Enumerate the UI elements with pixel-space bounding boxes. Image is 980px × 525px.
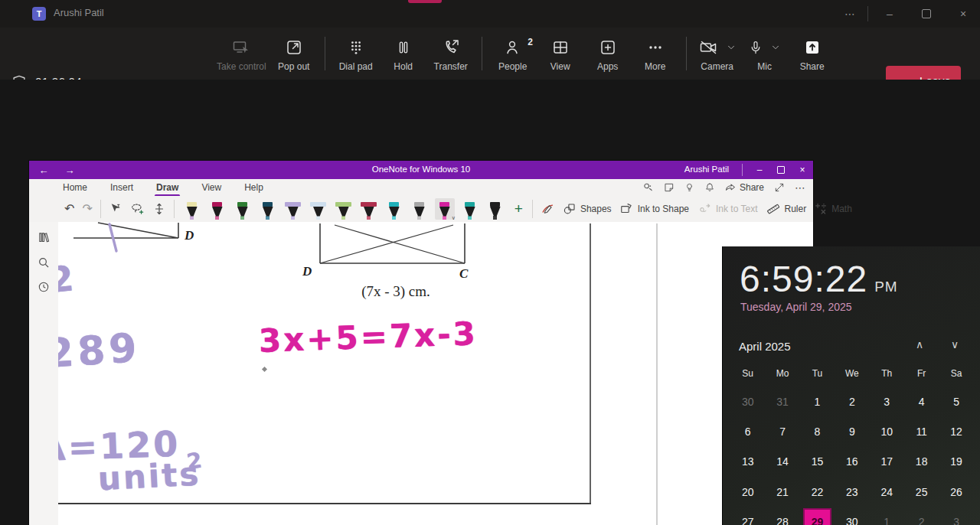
calendar-day[interactable]: 19 [939, 447, 973, 477]
calendar-day[interactable]: 10 [870, 416, 904, 446]
chevron-down-icon[interactable]: ∨ [452, 215, 456, 221]
calendar-day[interactable]: 8 [800, 416, 835, 446]
page-canvas[interactable]: D D C (7x - 3) cm. E + 8x) in. (16x + 3 … [58, 222, 813, 525]
apps-button[interactable]: Apps [584, 28, 632, 80]
calendar-day[interactable]: 2 [904, 507, 939, 525]
calendar-day[interactable]: 16 [835, 447, 869, 477]
menu-tab-insert[interactable]: Insert [109, 180, 135, 195]
menu-tab-home[interactable]: Home [61, 180, 89, 195]
calendar-day[interactable]: 1 [800, 386, 835, 416]
pop-out-button[interactable]: Pop out [270, 28, 318, 80]
calendar-day[interactable]: 22 [800, 477, 835, 507]
presenter-icon[interactable] [642, 182, 654, 194]
calendar-day[interactable]: 30 [835, 507, 869, 525]
chevron-down-icon[interactable] [726, 42, 737, 53]
calendar-day[interactable]: 21 [765, 477, 799, 507]
ruler-button[interactable]: Ruler [766, 202, 807, 216]
calendar-day[interactable]: 31 [765, 386, 799, 416]
more-icon[interactable]: ⋯ [795, 181, 805, 194]
red-highlighter[interactable] [359, 198, 379, 220]
calendar-day[interactable]: 13 [730, 447, 765, 477]
lasso-select-icon[interactable] [130, 202, 145, 216]
notifications-icon[interactable] [704, 182, 715, 193]
hold-button[interactable]: Hold [380, 28, 427, 80]
calendar-day[interactable]: 29 [800, 507, 835, 525]
dial-pad-button[interactable]: Dial pad [332, 28, 380, 80]
mic-button[interactable]: Mic [741, 28, 789, 80]
select-tool-icon[interactable] [109, 202, 122, 216]
eraser-pen[interactable] [182, 198, 202, 220]
menu-tab-help[interactable]: Help [243, 180, 265, 195]
calendar-day[interactable]: 23 [835, 477, 869, 507]
chevron-down-icon[interactable] [770, 42, 781, 53]
calendar-day[interactable]: 30 [730, 386, 765, 416]
ink-replay-icon[interactable] [541, 202, 555, 216]
calendar-day[interactable]: 12 [939, 416, 973, 446]
onenote-restore-button[interactable] [770, 161, 792, 179]
calendar-day[interactable]: 1 [870, 507, 904, 525]
calendar-day[interactable]: 4 [904, 386, 939, 416]
calendar-day[interactable]: 26 [939, 477, 973, 507]
green-highlighter[interactable] [334, 198, 354, 220]
ink-to-shape-button[interactable]: Ink to Shape [619, 202, 689, 216]
take-control-button[interactable]: Take control [213, 28, 270, 80]
transfer-button[interactable]: Transfer [427, 28, 475, 80]
camera-button[interactable]: Camera [694, 28, 741, 80]
menu-tab-draw[interactable]: Draw [155, 180, 180, 195]
restore-button[interactable] [910, 0, 943, 28]
people-button[interactable]: 2People [489, 28, 537, 80]
calendar-day[interactable]: 14 [765, 447, 799, 477]
calendar-day[interactable]: 24 [870, 477, 904, 507]
black-pen[interactable] [485, 198, 505, 220]
calendar-day[interactable]: 9 [835, 416, 869, 446]
add-pen-button[interactable]: + [514, 201, 523, 216]
close-button[interactable]: × [946, 0, 980, 28]
calendar-day[interactable]: 6 [730, 416, 765, 446]
lightbulb-icon[interactable] [684, 182, 694, 193]
calendar-day[interactable]: 2 [835, 386, 869, 416]
purple-highlighter[interactable] [283, 198, 303, 220]
view-button[interactable]: View [537, 28, 584, 80]
calendar-next-icon[interactable]: ∨ [951, 338, 959, 351]
calendar-day[interactable]: 25 [904, 477, 939, 507]
calendar-prev-icon[interactable]: ∧ [916, 338, 923, 351]
undo-button[interactable]: ↶ [64, 203, 74, 215]
minimize-button[interactable]: – [873, 0, 906, 28]
fullscreen-icon[interactable] [774, 182, 785, 193]
redo-button[interactable]: ↷ [82, 203, 92, 215]
move-tool-icon[interactable] [152, 202, 166, 216]
green-pen[interactable] [233, 198, 253, 220]
calendar-day[interactable]: 27 [730, 507, 765, 525]
navy-pen[interactable] [258, 198, 278, 220]
silver-pen[interactable] [410, 198, 430, 220]
calendar-month-label[interactable]: April 2025 [739, 340, 791, 353]
titlebar-more-button[interactable]: ⋯ [833, 0, 867, 28]
onenote-share-button[interactable]: Share [725, 182, 764, 194]
calendar-day[interactable]: 7 [765, 416, 799, 446]
calendar-day[interactable]: 18 [904, 447, 939, 477]
calendar-day[interactable]: 3 [939, 507, 973, 525]
onenote-minimize-button[interactable]: – [749, 161, 770, 179]
menu-tab-view[interactable]: View [200, 180, 223, 195]
onenote-close-button[interactable]: × [792, 161, 813, 179]
search-icon[interactable] [38, 256, 50, 269]
calendar-day[interactable]: 28 [765, 507, 799, 525]
more-button[interactable]: More [632, 28, 679, 80]
calendar-day[interactable]: 3 [870, 386, 904, 416]
sticky-note-icon[interactable] [664, 182, 675, 193]
dark-pink-pen[interactable] [207, 198, 227, 220]
teal-pen[interactable] [384, 198, 404, 220]
blue-highlighter[interactable] [309, 198, 328, 220]
calendar-day[interactable]: 15 [800, 447, 835, 477]
calendar-day[interactable]: 17 [870, 447, 904, 477]
shapes-button[interactable]: Shapes [563, 202, 612, 216]
share-button[interactable]: Share [789, 28, 836, 80]
calendar-day[interactable]: 20 [730, 477, 765, 507]
magenta-pen[interactable]: ∨ [435, 198, 455, 220]
recent-notes-icon[interactable] [38, 281, 50, 293]
notebooks-icon[interactable] [38, 231, 51, 244]
calendar-day[interactable]: 5 [939, 386, 973, 416]
math-button[interactable]: Math [814, 202, 852, 216]
calendar-day[interactable]: 11 [904, 416, 939, 446]
teal-pen-2[interactable] [460, 198, 480, 220]
